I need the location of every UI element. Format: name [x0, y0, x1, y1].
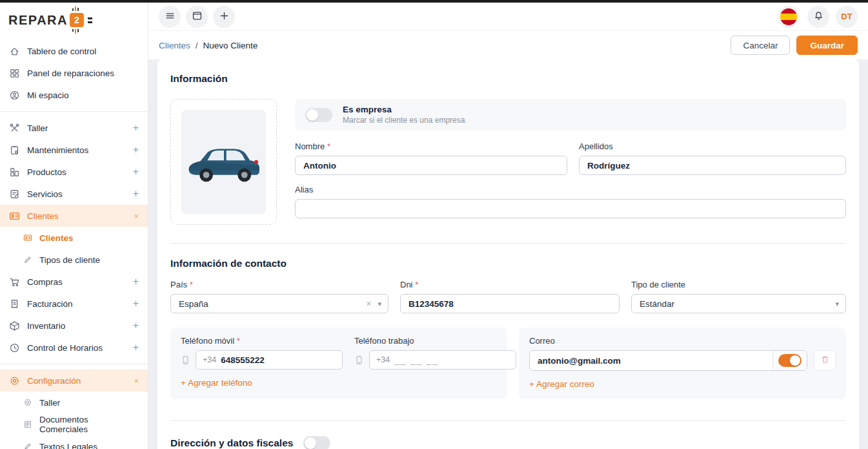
- breadcrumb-link-clientes[interactable]: Clientes: [159, 41, 190, 50]
- trash-icon: [820, 355, 830, 366]
- add-correo-link[interactable]: + Agregar correo: [529, 379, 594, 389]
- sidebar-item-clientes[interactable]: Clientes×: [0, 205, 148, 227]
- telefono-movil-box[interactable]: +34: [196, 350, 343, 370]
- bell-icon: [813, 10, 824, 23]
- sidebar-nav: Tablero de controlPanel de reparacionesM…: [0, 40, 148, 449]
- home-icon: [9, 46, 20, 57]
- section-title: Dirección y datos fiscales: [170, 437, 293, 449]
- sidebar-item-textos-legales[interactable]: Textos Legales: [0, 435, 148, 449]
- brand-badge-wrap: 2: [70, 12, 85, 28]
- sidebar-divider: [0, 111, 148, 112]
- main-area: DT Clientes / Nuevo Cliente Cancelar Gua…: [148, 3, 868, 449]
- sidebar-item-productos[interactable]: Productos+: [0, 161, 148, 183]
- language-flag-spain[interactable]: [780, 8, 797, 25]
- sidebar-item-label: Clientes: [39, 233, 74, 243]
- form-card: Información: [157, 59, 859, 449]
- new-tab-button[interactable]: [213, 6, 235, 28]
- correo-panel: Correo + Agregar correo: [519, 328, 846, 399]
- delete-correo-button[interactable]: [814, 350, 836, 371]
- alias-label: Alias: [295, 185, 313, 194]
- add-phone-link[interactable]: + Agregar teléfono: [181, 378, 252, 388]
- es-empresa-toggle[interactable]: [305, 108, 332, 122]
- sidebar-item-taller[interactable]: Taller: [0, 392, 148, 413]
- sidebar-item-facturaci-n[interactable]: Facturación+: [0, 293, 148, 315]
- correo-toggle-cell: [772, 351, 807, 370]
- sidebar-item-configuraci-n[interactable]: Configuración×: [0, 370, 148, 392]
- save-button[interactable]: Guardar: [796, 36, 858, 55]
- telefono-trabajo-box[interactable]: +34: [369, 350, 516, 370]
- nombre-input[interactable]: [295, 156, 567, 175]
- sidebar-item-label: Inventario: [27, 321, 65, 331]
- expand-plus-icon[interactable]: +: [133, 342, 139, 353]
- topbar-right: DT: [778, 6, 858, 28]
- pais-select[interactable]: España × ▾: [170, 294, 389, 313]
- expand-plus-icon[interactable]: +: [133, 166, 139, 178]
- receipt-icon: [9, 298, 20, 309]
- sidebar-item-clientes[interactable]: Clientes: [0, 227, 148, 249]
- telefono-movil-label: Teléfono móvil: [181, 336, 234, 346]
- sidebar-item-inventario[interactable]: Inventario+: [0, 315, 148, 337]
- sidebar-item-compras[interactable]: Compras+: [0, 271, 148, 293]
- car-image: [185, 137, 263, 187]
- dni-label: Dni: [400, 280, 413, 289]
- phone-prefix: +34: [203, 355, 216, 364]
- sidebar-item-panel-de-reparaciones[interactable]: Panel de reparaciones: [0, 62, 148, 84]
- close-icon[interactable]: ×: [134, 211, 139, 221]
- sidebar-item-mantenimientos[interactable]: Mantenimientos+: [0, 139, 148, 161]
- tools-icon: [9, 123, 20, 134]
- hamburger-icon: [165, 10, 176, 23]
- tabs-button[interactable]: [186, 6, 208, 28]
- brand-logo[interactable]: Repara 2: [0, 3, 148, 37]
- sidebar-item-control-de-horarios[interactable]: Control de Horarios+: [0, 337, 148, 359]
- sidebar-item-documentos-comerciales[interactable]: Documentos Comerciales: [0, 413, 148, 435]
- es-empresa-text: Es empresa Marcar si el cliente es una e…: [343, 105, 465, 125]
- sidebar-item-label: Taller: [27, 123, 48, 133]
- expand-plus-icon[interactable]: +: [133, 122, 139, 134]
- correo-input-group: [529, 350, 807, 371]
- expand-plus-icon[interactable]: +: [133, 276, 139, 287]
- sidebar-item-tipos-de-cliente[interactable]: Tipos de cliente: [0, 249, 148, 271]
- phone-prefix: +34: [376, 355, 390, 364]
- correo-primary-toggle[interactable]: [778, 354, 802, 367]
- alias-input[interactable]: [295, 199, 846, 218]
- tipo-cliente-select[interactable]: Estándar ▾: [631, 294, 846, 313]
- breadcrumb-separator: /: [196, 41, 198, 50]
- apellidos-input[interactable]: [579, 156, 846, 175]
- sidebar-item-tablero-de-control[interactable]: Tablero de control: [0, 40, 148, 62]
- chevron-down-icon: ▾: [378, 300, 381, 308]
- section-title: Información: [170, 73, 846, 85]
- sidebar-item-label: Control de Horarios: [27, 343, 103, 353]
- info-fields: Es empresa Marcar si el cliente es una e…: [295, 99, 846, 225]
- boxes-icon: [9, 167, 20, 178]
- direccion-toggle[interactable]: [303, 436, 330, 449]
- clipboard-icon: [9, 145, 20, 156]
- breadcrumb-current: Nuevo Cliente: [203, 41, 258, 50]
- section-title: Información de contacto: [170, 258, 846, 269]
- es-empresa-panel: Es empresa Marcar si el cliente es una e…: [295, 99, 846, 131]
- sidebar-item-mi-espacio[interactable]: Mi espacio: [0, 84, 148, 106]
- correo-input[interactable]: [530, 356, 772, 366]
- required-mark: *: [327, 141, 330, 151]
- menu-toggle-button[interactable]: [159, 6, 181, 28]
- sidebar-item-label: Clientes: [27, 211, 59, 221]
- expand-plus-icon[interactable]: +: [133, 144, 139, 156]
- notifications-button[interactable]: [807, 6, 829, 28]
- telefono-movil-input[interactable]: [221, 355, 336, 365]
- user-icon: [9, 90, 20, 101]
- user-avatar[interactable]: DT: [836, 6, 858, 28]
- sidebar-item-servicios[interactable]: Servicios+: [0, 183, 148, 205]
- close-icon[interactable]: ×: [134, 376, 139, 386]
- es-empresa-label: Es empresa: [343, 105, 465, 114]
- telefono-trabajo-input[interactable]: [394, 355, 509, 365]
- clock-icon: [9, 342, 20, 353]
- client-photo-upload[interactable]: [170, 99, 277, 225]
- dni-input[interactable]: [400, 294, 620, 313]
- clear-icon[interactable]: ×: [366, 298, 371, 309]
- expand-plus-icon[interactable]: +: [133, 188, 139, 200]
- browser-tab-icon: [192, 10, 203, 23]
- sidebar-item-taller[interactable]: Taller+: [0, 117, 148, 139]
- expand-plus-icon[interactable]: +: [133, 298, 139, 309]
- cancel-button[interactable]: Cancelar: [731, 36, 790, 55]
- expand-plus-icon[interactable]: +: [133, 320, 139, 331]
- sidebar-item-label: Servicios: [27, 189, 63, 199]
